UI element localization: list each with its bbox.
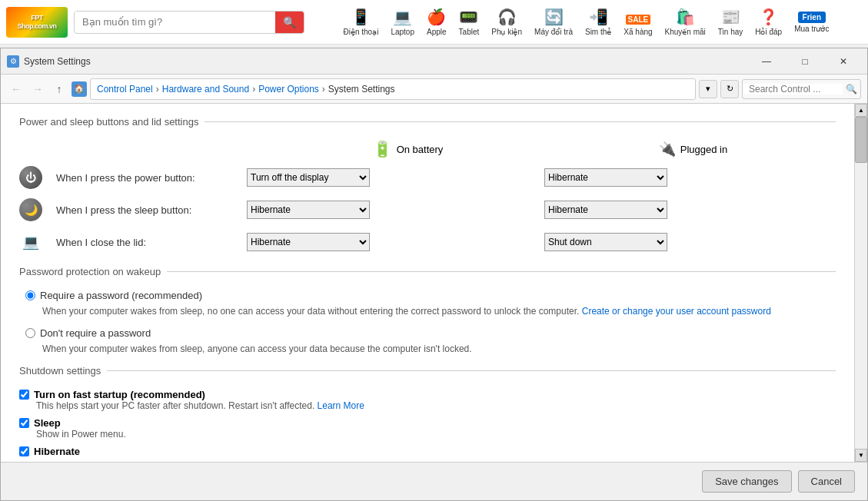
nav-item-laptop[interactable]: 💻 Laptop (391, 8, 414, 36)
column-headers: 🔋 On battery 🔌 Plugged in (19, 140, 836, 158)
maximize-button[interactable]: □ (787, 51, 823, 72)
phone-icon: 📱 (351, 8, 371, 26)
nav-item-tinhay[interactable]: 📰 Tin hay (718, 8, 743, 36)
nav-item-tablet[interactable]: 📟 Tablet (459, 8, 480, 36)
password-change-link[interactable]: Create or change your user account passw… (582, 306, 771, 317)
fast-startup-text: Turn on fast startup (recommended) (34, 389, 205, 400)
breadcrumb: Control Panel › Hardware and Sound › Pow… (90, 78, 696, 100)
fast-startup-desc-text: This helps start your PC faster after sh… (36, 400, 314, 411)
search-control-button[interactable]: 🔍 (843, 84, 860, 95)
sleep-label[interactable]: Sleep (19, 417, 836, 429)
back-button[interactable]: ← (7, 80, 25, 98)
no-password-desc-text: When your computer wakes from sleep, any… (42, 343, 472, 354)
scrollbar-track[interactable] (855, 117, 867, 449)
lid-battery-dropdown[interactable]: Do nothing Sleep Hibernate Shut down (247, 233, 538, 251)
breadcrumb-sep3: › (322, 84, 325, 95)
main-content: Power and sleep buttons and lid settings… (1, 104, 854, 462)
search-control[interactable]: 🔍 (742, 79, 861, 99)
lid-battery-select[interactable]: Do nothing Sleep Hibernate Shut down (247, 233, 370, 251)
require-password-option: Require a password (recommended) When yo… (25, 290, 836, 318)
power-button-row: ⏻ When I press the power button: Do noth… (19, 166, 836, 189)
hibernate-label[interactable]: Hibernate (19, 446, 836, 457)
scrollbar[interactable]: ▲ ▼ (854, 104, 867, 462)
breadcrumb-power[interactable]: Power Options (258, 84, 319, 95)
nav-item-xahang[interactable]: SALE Xã hàng (624, 8, 652, 36)
power-battery-dropdown[interactable]: Do nothing Sleep Hibernate Shut down Tur… (247, 168, 538, 187)
settings-icon: ⚙ (10, 57, 17, 65)
sleep-desc: Show in Power menu. (36, 429, 836, 440)
browser-search-button[interactable]: 🔍 (275, 12, 304, 33)
section3-line (107, 370, 836, 371)
nav-item-simthe[interactable]: 📲 Sim thẻ (585, 8, 611, 36)
no-password-radio[interactable] (25, 328, 35, 338)
scrollbar-thumb[interactable] (855, 117, 867, 163)
minimize-button[interactable]: — (749, 51, 784, 72)
power-battery-select[interactable]: Do nothing Sleep Hibernate Shut down Tur… (247, 168, 370, 187)
fast-startup-label[interactable]: Turn on fast startup (recommended) (19, 389, 836, 400)
sleep-text: Sleep (34, 417, 61, 429)
dropdown-button[interactable]: ▾ (699, 80, 717, 98)
apple-icon: 🍎 (427, 8, 446, 26)
require-password-radio[interactable] (25, 290, 35, 300)
nav-label: Laptop (391, 28, 414, 36)
password-radio-group: Require a password (recommended) When yo… (25, 290, 836, 356)
content-area: Power and sleep buttons and lid settings… (1, 104, 867, 462)
browser-logo: FPTShop.com.vn (6, 7, 68, 38)
sleep-plugged-dropdown[interactable]: Do nothing Sleep Hibernate Shut down (544, 201, 836, 219)
lid-plugged-select[interactable]: Do nothing Sleep Hibernate Shut down (544, 233, 667, 251)
breadcrumb-sep2: › (252, 84, 255, 95)
scrollbar-down-button[interactable]: ▼ (855, 449, 867, 462)
sleep-button-row: 🌙 When I press the sleep button: Do noth… (19, 198, 836, 221)
require-password-desc: When your computer wakes from sleep, no … (42, 304, 836, 318)
section3-header: Shutdown settings (19, 365, 836, 377)
address-right-controls: ▾ ↻ (699, 80, 739, 98)
power-plugged-select[interactable]: Do nothing Sleep Hibernate Shut down (544, 168, 667, 187)
nav-item-hoidap[interactable]: ❓ Hỏi đáp (755, 8, 782, 36)
nav-item-dienthoai[interactable]: 📱 Điện thoại (344, 8, 379, 36)
question-icon: ❓ (759, 8, 778, 26)
nav-item-khuyenmai[interactable]: 🛍️ Khuyến mãi (665, 8, 706, 36)
nav-item-apple[interactable]: 🍎 Apple (427, 8, 447, 36)
no-password-desc: When your computer wakes from sleep, any… (42, 342, 836, 356)
cancel-button[interactable]: Cancel (798, 470, 855, 493)
browser-search-container[interactable]: 🔍 (74, 11, 304, 34)
sleep-plugged-select[interactable]: Do nothing Sleep Hibernate Shut down (544, 201, 667, 219)
shutdown-settings: Turn on fast startup (recommended) This … (19, 389, 836, 457)
sleep-checkbox[interactable] (19, 418, 29, 428)
sleep-battery-select[interactable]: Do nothing Sleep Hibernate Shut down (247, 201, 370, 219)
search-control-input[interactable] (743, 84, 843, 95)
lid-plugged-dropdown[interactable]: Do nothing Sleep Hibernate Shut down (544, 233, 836, 251)
no-password-label[interactable]: Don't require a password (25, 327, 836, 339)
learn-more-link[interactable]: Learn More (318, 400, 364, 411)
nav-item-maydoitra[interactable]: 🔄 Máy đổi trà (534, 8, 573, 36)
nav-item-phukien[interactable]: 🎧 Phụ kiện (491, 8, 522, 36)
breadcrumb-hardware[interactable]: Hardware and Sound (162, 84, 249, 95)
refresh-button[interactable]: ↻ (720, 80, 739, 98)
fpt-logo[interactable]: FPTShop.com.vn (6, 7, 68, 38)
sleep-battery-dropdown[interactable]: Do nothing Sleep Hibernate Shut down (247, 201, 538, 219)
scrollbar-up-button[interactable]: ▲ (855, 104, 867, 117)
breadcrumb-control-panel[interactable]: Control Panel (97, 84, 153, 95)
col-battery-label: On battery (397, 144, 444, 155)
section1-title: Power and sleep buttons and lid settings (19, 116, 198, 128)
power-plugged-dropdown[interactable]: Do nothing Sleep Hibernate Shut down (544, 168, 836, 187)
bag-icon: 🛍️ (676, 8, 695, 26)
power-button-icon: ⏻ (19, 166, 42, 189)
nav-label: Điện thoại (344, 28, 379, 36)
forward-button[interactable]: → (28, 80, 47, 98)
section1-line (205, 121, 836, 122)
nav-item-muaruoc[interactable]: Frien Mua trước (794, 12, 829, 33)
fast-startup-desc: This helps start your PC faster after sh… (36, 400, 836, 411)
fast-startup-checkbox[interactable] (19, 390, 29, 400)
hibernate-checkbox[interactable] (19, 446, 29, 456)
save-changes-button[interactable]: Save changes (702, 470, 791, 493)
nav-label: Phụ kiện (491, 28, 522, 36)
browser-search-input[interactable] (75, 12, 275, 32)
require-password-label[interactable]: Require a password (recommended) (25, 290, 836, 301)
col-plugged-header: 🔌 Plugged in (550, 140, 836, 158)
headphone-icon: 🎧 (497, 8, 517, 26)
sleep-button-icon: 🌙 (19, 198, 42, 221)
lid-icon: 💻 (19, 231, 42, 254)
up-button[interactable]: ↑ (50, 80, 68, 98)
close-button[interactable]: ✕ (826, 51, 861, 72)
